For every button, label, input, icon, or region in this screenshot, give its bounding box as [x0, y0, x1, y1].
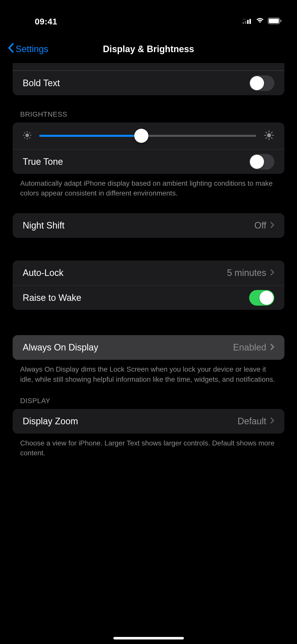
raise-to-wake-toggle[interactable] [249, 290, 274, 306]
chevron-right-icon [270, 343, 274, 352]
bold-text-row[interactable]: Bold Text [13, 71, 284, 95]
night-shift-row[interactable]: Night Shift Off [13, 213, 284, 238]
raise-to-wake-label: Raise to Wake [23, 293, 81, 303]
night-shift-group: Night Shift Off [13, 213, 284, 238]
content-area: Bold Text BRIGHTNESS [0, 63, 297, 458]
status-icons [243, 18, 282, 25]
svg-point-14 [30, 135, 31, 136]
always-on-display-group: Always On Display Enabled [13, 335, 284, 360]
night-shift-value: Off [254, 220, 266, 231]
always-on-display-row[interactable]: Always On Display Enabled [13, 335, 284, 360]
navigation-bar: Settings Display & Brightness [0, 38, 297, 63]
sun-max-icon [264, 130, 274, 142]
true-tone-label: True Tone [23, 156, 63, 167]
battery-icon [268, 18, 282, 25]
svg-point-15 [24, 133, 25, 133]
row-right: 5 minutes [227, 268, 274, 278]
wifi-icon [256, 18, 264, 25]
svg-line-25 [271, 138, 272, 139]
svg-rect-3 [249, 19, 251, 24]
home-indicator[interactable] [113, 637, 184, 639]
display-header: DISPLAY [0, 384, 297, 409]
display-zoom-group: Display Zoom Default [13, 409, 284, 434]
raise-to-wake-row[interactable]: Raise to Wake [13, 285, 284, 310]
display-zoom-value: Default [238, 416, 266, 427]
true-tone-toggle[interactable] [249, 154, 274, 170]
status-bar: 09:41 [0, 0, 297, 38]
svg-rect-1 [245, 21, 246, 24]
svg-point-16 [29, 138, 30, 138]
display-zoom-row[interactable]: Display Zoom Default [13, 409, 284, 434]
row-right: Default [238, 416, 274, 427]
chevron-back-icon [8, 43, 14, 55]
auto-lock-label: Auto-Lock [23, 268, 63, 278]
svg-rect-5 [244, 19, 245, 20]
row-right: Enabled [233, 342, 274, 353]
svg-rect-4 [243, 19, 243, 20]
lock-group: Auto-Lock 5 minutes Raise to Wake [13, 261, 284, 310]
svg-point-13 [23, 135, 24, 136]
brightness-group: True Tone [13, 122, 284, 174]
svg-rect-8 [269, 19, 279, 23]
true-tone-row[interactable]: True Tone [13, 149, 284, 174]
chevron-right-icon [270, 416, 274, 426]
display-zoom-footer: Choose a view for iPhone. Larger Text sh… [0, 434, 297, 458]
svg-point-17 [24, 138, 25, 138]
brightness-slider[interactable] [39, 135, 256, 137]
brightness-header: BRIGHTNESS [0, 95, 297, 122]
svg-point-18 [29, 133, 30, 133]
svg-rect-2 [247, 20, 249, 24]
brightness-slider-row [13, 122, 284, 149]
svg-rect-6 [245, 19, 246, 20]
status-time: 09:41 [35, 17, 57, 26]
svg-line-24 [266, 132, 267, 133]
always-on-display-value: Enabled [233, 342, 266, 353]
back-button[interactable]: Settings [8, 43, 48, 55]
text-settings-group: Bold Text [13, 63, 284, 95]
back-label: Settings [16, 44, 48, 54]
chevron-right-icon [270, 221, 274, 230]
svg-point-19 [267, 133, 271, 137]
always-on-display-label: Always On Display [23, 342, 98, 353]
svg-line-26 [266, 138, 267, 139]
bold-text-label: Bold Text [23, 78, 60, 88]
svg-point-12 [27, 139, 28, 139]
toggle-knob [250, 155, 264, 169]
partial-row [13, 63, 284, 71]
chevron-right-icon [270, 268, 274, 278]
auto-lock-row[interactable]: Auto-Lock 5 minutes [13, 261, 284, 285]
display-zoom-label: Display Zoom [23, 416, 78, 427]
page-title: Display & Brightness [103, 44, 194, 54]
night-shift-label: Night Shift [23, 220, 64, 231]
brightness-footer: Automatically adapt iPhone display based… [0, 174, 297, 198]
svg-rect-9 [280, 20, 281, 22]
always-on-display-footer: Always On Display dims the Lock Screen w… [0, 360, 297, 384]
row-right: Off [254, 220, 274, 231]
sun-min-icon [23, 131, 32, 141]
cellular-signal-icon [243, 18, 252, 25]
svg-line-27 [271, 132, 272, 133]
slider-thumb[interactable] [134, 129, 148, 143]
toggle-knob [259, 291, 274, 305]
svg-point-10 [25, 134, 29, 137]
toggle-knob [250, 76, 264, 90]
svg-rect-0 [243, 22, 244, 24]
svg-point-11 [27, 132, 28, 132]
auto-lock-value: 5 minutes [227, 268, 266, 278]
slider-fill [39, 135, 141, 137]
bold-text-toggle[interactable] [249, 75, 274, 91]
